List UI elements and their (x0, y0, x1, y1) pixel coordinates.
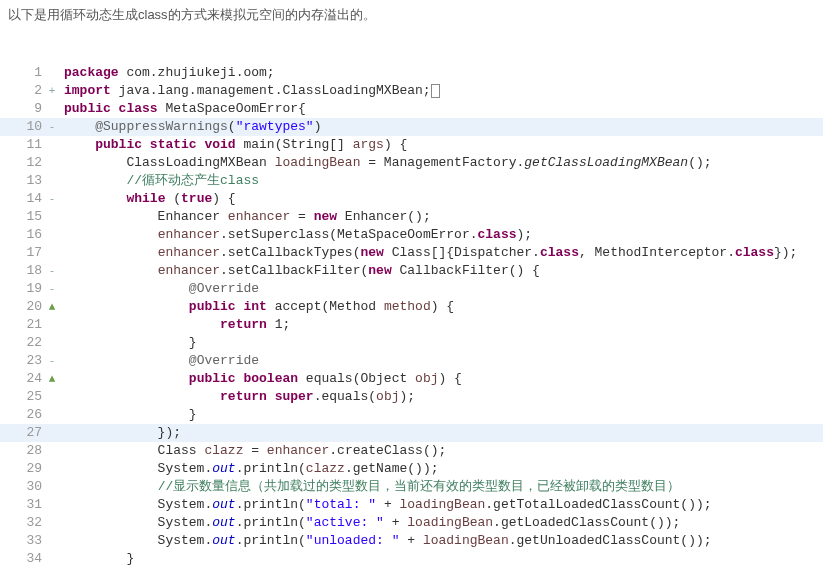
code-line: 24▲ public boolean equals(Object obj) { (0, 370, 823, 388)
code-content: } (60, 406, 197, 424)
code-line: 32 System.out.println("active: " + loadi… (0, 514, 823, 532)
code-content: System.out.println("active: " + loadingB… (60, 514, 680, 532)
line-number: 32 (0, 514, 44, 532)
code-content: package com.zhujiukeji.oom; (60, 64, 275, 82)
expand-icon[interactable]: + (44, 82, 60, 100)
line-number: 16 (0, 226, 44, 244)
code-line: 12 ClassLoadingMXBean loadingBean = Mana… (0, 154, 823, 172)
code-line: 10- @SuppressWarnings("rawtypes") (0, 118, 823, 136)
code-content: Enhancer enhancer = new Enhancer(); (60, 208, 431, 226)
code-line: 13 //循环动态产生class (0, 172, 823, 190)
code-line: 26 } (0, 406, 823, 424)
code-line: 16 enhancer.setSuperclass(MetaSpaceOomEr… (0, 226, 823, 244)
code-line: 29 System.out.println(clazz.getName()); (0, 460, 823, 478)
code-line: 27 }); (0, 424, 823, 442)
code-content: return 1; (60, 316, 290, 334)
code-line: 31 System.out.println("total: " + loadin… (0, 496, 823, 514)
code-content: System.out.println("unloaded: " + loadin… (60, 532, 712, 550)
code-line: 19- @Override (0, 280, 823, 298)
line-number: 31 (0, 496, 44, 514)
code-line: 30 //显示数量信息（共加载过的类型数目，当前还有效的类型数目，已经被卸载的类… (0, 478, 823, 496)
line-number: 9 (0, 100, 44, 118)
code-line: 18- enhancer.setCallbackFilter(new Callb… (0, 262, 823, 280)
code-content: //循环动态产生class (60, 172, 259, 190)
line-number: 10 (0, 118, 44, 136)
code-content: enhancer.setCallbackTypes(new Class[]{Di… (60, 244, 797, 262)
code-line: 1package com.zhujiukeji.oom; (0, 64, 823, 82)
line-number: 21 (0, 316, 44, 334)
code-content: @SuppressWarnings("rawtypes") (60, 118, 321, 136)
line-number: 1 (0, 64, 44, 82)
code-line: 17 enhancer.setCallbackTypes(new Class[]… (0, 244, 823, 262)
code-content: Class clazz = enhancer.createClass(); (60, 442, 446, 460)
collapse-icon[interactable]: - (44, 190, 60, 208)
collapse-icon[interactable]: - (44, 352, 60, 370)
line-number: 17 (0, 244, 44, 262)
code-content: } (60, 550, 134, 568)
override-icon: ▲ (44, 370, 60, 388)
code-line: 28 Class clazz = enhancer.createClass(); (0, 442, 823, 460)
intro-text: 以下是用循环动态生成class的方式来模拟元空间的内存溢出的。 (0, 0, 823, 28)
line-number: 20 (0, 298, 44, 316)
code-content: enhancer.setCallbackFilter(new CallbackF… (60, 262, 540, 280)
code-content: import java.lang.management.ClassLoading… (60, 82, 440, 100)
line-number: 13 (0, 172, 44, 190)
line-number: 11 (0, 136, 44, 154)
code-content: @Override (60, 280, 259, 298)
code-editor: 亿速云 1package com.zhujiukeji.oom;2+import… (0, 28, 823, 570)
line-number: 12 (0, 154, 44, 172)
line-number: 26 (0, 406, 44, 424)
override-icon: ▲ (44, 298, 60, 316)
line-number: 15 (0, 208, 44, 226)
line-number: 24 (0, 370, 44, 388)
code-content: while (true) { (60, 190, 236, 208)
code-line: 20▲ public int accept(Method method) { (0, 298, 823, 316)
code-line: 9public class MetaSpaceOomError{ (0, 100, 823, 118)
code-content: public class MetaSpaceOomError{ (60, 100, 306, 118)
line-number: 22 (0, 334, 44, 352)
line-number: 27 (0, 424, 44, 442)
line-number: 19 (0, 280, 44, 298)
code-line: 15 Enhancer enhancer = new Enhancer(); (0, 208, 823, 226)
line-number: 2 (0, 82, 44, 100)
code-line: 23- @Override (0, 352, 823, 370)
code-line: 33 System.out.println("unloaded: " + loa… (0, 532, 823, 550)
code-line: 14- while (true) { (0, 190, 823, 208)
code-content: @Override (60, 352, 259, 370)
code-content: public boolean equals(Object obj) { (60, 370, 462, 388)
code-line: 11 public static void main(String[] args… (0, 136, 823, 154)
line-number: 25 (0, 388, 44, 406)
code-content: public int accept(Method method) { (60, 298, 454, 316)
code-line: 25 return super.equals(obj); (0, 388, 823, 406)
code-line: 22 } (0, 334, 823, 352)
code-line: 2+import java.lang.management.ClassLoadi… (0, 82, 823, 100)
code-content: public static void main(String[] args) { (60, 136, 407, 154)
code-content: System.out.println("total: " + loadingBe… (60, 496, 712, 514)
line-number: 33 (0, 532, 44, 550)
line-number: 30 (0, 478, 44, 496)
code-content: System.out.println(clazz.getName()); (60, 460, 439, 478)
code-content: }); (60, 424, 181, 442)
collapse-icon[interactable]: - (44, 262, 60, 280)
line-number: 14 (0, 190, 44, 208)
line-number: 23 (0, 352, 44, 370)
line-number: 29 (0, 460, 44, 478)
line-number: 28 (0, 442, 44, 460)
collapse-icon[interactable]: - (44, 118, 60, 136)
code-line: 34 } (0, 550, 823, 568)
code-content: ClassLoadingMXBean loadingBean = Managem… (60, 154, 712, 172)
collapse-icon[interactable]: - (44, 280, 60, 298)
code-content: } (60, 334, 197, 352)
code-content: return super.equals(obj); (60, 388, 415, 406)
line-number: 34 (0, 550, 44, 568)
code-line: 21 return 1; (0, 316, 823, 334)
line-number: 18 (0, 262, 44, 280)
code-content: enhancer.setSuperclass(MetaSpaceOomError… (60, 226, 532, 244)
code-content: //显示数量信息（共加载过的类型数目，当前还有效的类型数目，已经被卸载的类型数目… (60, 478, 680, 496)
collapsed-import-icon[interactable] (431, 84, 440, 98)
